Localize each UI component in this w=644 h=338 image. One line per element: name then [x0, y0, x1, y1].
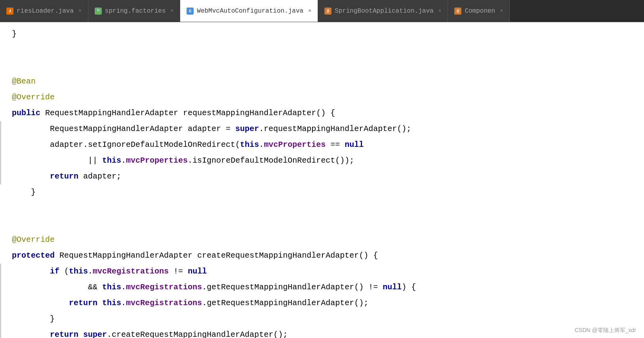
tab-label: SpringBootApplication.java	[335, 8, 434, 15]
tab-webmvc[interactable]: C WebMvcAutoConfiguration.java ×	[180, 0, 318, 22]
annotation-icon2: @	[454, 8, 461, 15]
code-line: if (this.mvcRegistrations != null	[0, 264, 644, 279]
tab-close-icon[interactable]: ×	[308, 8, 311, 14]
code-line	[0, 200, 644, 216]
tab-label: Componen	[465, 8, 495, 15]
code-line: }	[0, 184, 644, 200]
tab-springboot-app[interactable]: @ SpringBootApplication.java ×	[318, 0, 448, 22]
tab-label: spring.factories	[105, 8, 166, 15]
tab-close-icon[interactable]: ×	[170, 8, 173, 14]
factories-icon: 🍃	[95, 8, 102, 15]
code-line: @Override	[0, 232, 644, 248]
tab-spring-factories[interactable]: 🍃 spring.factories ×	[88, 0, 180, 22]
code-line: @Override	[0, 89, 644, 105]
tab-bar: J riesLoader.java × 🍃 spring.factories ×…	[0, 0, 644, 22]
code-line: return super.createRequestMappingHandler…	[0, 327, 644, 338]
watermark: CSDN @零陵上将军_xdr	[575, 327, 636, 334]
code-line	[0, 42, 644, 58]
code-line: adapter.setIgnoreDefaultModelOnRedirect(…	[0, 137, 644, 153]
code-line: }	[0, 26, 644, 42]
code-line	[0, 216, 644, 232]
code-line: @Bean	[0, 74, 644, 89]
tab-close-icon[interactable]: ×	[78, 8, 82, 14]
tab-label: riesLoader.java	[17, 8, 74, 15]
code-line: protected RequestMappingHandlerAdapter c…	[0, 248, 644, 264]
code-line: && this.mvcRegistrations.getRequestMappi…	[0, 279, 644, 295]
code-line	[0, 58, 644, 74]
code-line: || this.mvcProperties.isIgnoreDefaultMod…	[0, 153, 644, 169]
java-icon: J	[6, 8, 13, 15]
tab-component[interactable]: @ Componen ×	[448, 0, 510, 22]
code-line: }	[0, 311, 644, 327]
code-area: } @Bean @Override public RequestMappingH…	[0, 22, 644, 338]
tab-label: WebMvcAutoConfiguration.java	[197, 8, 303, 15]
class-icon: C	[187, 8, 194, 15]
tab-close-icon[interactable]: ×	[500, 8, 503, 14]
code-line: return adapter;	[0, 169, 644, 184]
annotation-icon: @	[324, 8, 332, 15]
code-line: public RequestMappingHandlerAdapter requ…	[0, 105, 644, 121]
code-line: RequestMappingHandlerAdapter adapter = s…	[0, 121, 644, 137]
tab-close-icon[interactable]: ×	[438, 8, 442, 14]
tab-riesloader[interactable]: J riesLoader.java ×	[0, 0, 88, 22]
code-line: return this.mvcRegistrations.getRequestM…	[0, 295, 644, 311]
